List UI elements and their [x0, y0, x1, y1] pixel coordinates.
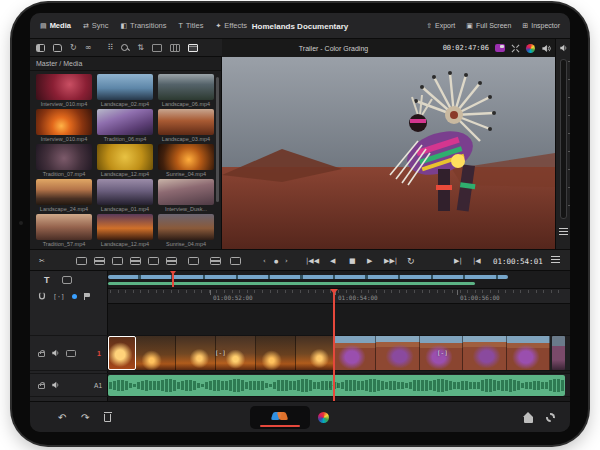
loop-button[interactable]: ↻	[407, 250, 415, 272]
media-clip[interactable]: Landscape_02.mp4	[97, 74, 153, 109]
media-clip[interactable]: Landscape_24.mp4	[36, 179, 92, 214]
timeline-title[interactable]: Trailer - Color Grading	[222, 39, 445, 57]
last-frame-button[interactable]: ▶▶|	[384, 250, 397, 272]
redo-button[interactable]: ↷	[81, 402, 89, 432]
lock-icon[interactable]	[38, 352, 45, 357]
media-clip[interactable]: Interview_Dusk...	[158, 179, 214, 214]
timeline-options-icon[interactable]	[551, 259, 560, 260]
tab-sync[interactable]: ⇄ Sync	[83, 21, 109, 30]
breadcrumb[interactable]: Master / Media	[30, 57, 221, 71]
linked-selection-icon[interactable]: [·]	[53, 293, 65, 301]
export-button[interactable]: ⇧ Export	[426, 22, 455, 30]
media-clip[interactable]: Landscape_06.mp4	[158, 74, 214, 109]
tools-settings-icon[interactable]	[230, 250, 241, 272]
next-edit-button[interactable]: ▶|	[454, 250, 462, 272]
camera-pip-icon[interactable]	[495, 44, 505, 52]
media-clip[interactable]: Landscape_12.mp4	[97, 214, 153, 248]
media-clip[interactable]: Tradition_07.mp4	[36, 144, 92, 179]
ripple-overwrite-icon[interactable]	[112, 250, 123, 272]
mute-track-icon[interactable]	[51, 349, 60, 357]
undo-button[interactable]: ↶	[58, 402, 66, 432]
marker-color-icon[interactable]	[72, 294, 77, 299]
ruler-timecode: 01:00:52:00	[213, 294, 253, 301]
stop-button[interactable]: ■	[349, 250, 356, 272]
tab-transitions[interactable]: ◧ Transitions	[120, 21, 166, 30]
flag-icon[interactable]	[84, 293, 86, 300]
filmstrip-view-icon[interactable]	[170, 44, 180, 52]
minimap-playhead[interactable]	[172, 272, 174, 287]
media-clip[interactable]: Landscape_03.mp4	[158, 109, 214, 144]
close-up-icon[interactable]	[130, 250, 141, 272]
filmstrip-frame	[463, 336, 506, 370]
first-frame-button[interactable]: |◀◀	[306, 250, 319, 272]
mute-audio-icon[interactable]	[51, 381, 60, 389]
tab-media[interactable]: ▤ Media	[40, 21, 71, 30]
delete-button[interactable]	[104, 402, 111, 432]
media-clip[interactable]: Sunrise_04.mp4	[158, 214, 214, 248]
transition-icon[interactable]	[188, 250, 199, 272]
filmstrip-frame	[256, 336, 296, 370]
insert-picture-icon[interactable]	[210, 250, 221, 272]
home-button[interactable]	[524, 402, 533, 432]
video-track-header[interactable]: 1	[30, 335, 108, 371]
audio-track-lane[interactable]: [-]	[108, 373, 570, 397]
video-track-lane[interactable]: [-] [-]	[108, 335, 570, 371]
sync-clips-icon[interactable]: ↻	[70, 44, 77, 52]
timeline-ruler[interactable]: [·] 01:00:52:0001:00:54:0001:00:56:00	[30, 289, 570, 304]
audio-track-header[interactable]: A1	[30, 373, 108, 397]
media-clip[interactable]: Tradition_57.mp4	[36, 214, 92, 248]
import-media-icon[interactable]	[53, 44, 62, 52]
text-tool-icon[interactable]: T	[44, 275, 50, 285]
lock-icon[interactable]	[38, 384, 45, 389]
sort-icon[interactable]: ⇅	[137, 44, 144, 52]
media-clip[interactable]: Interview_010.mp4	[36, 74, 92, 109]
media-clip[interactable]: Landscape_12.mp4	[97, 144, 153, 179]
tab-titles[interactable]: T Titles	[178, 21, 203, 30]
clip-tool-icon[interactable]	[62, 276, 72, 284]
color-page-button[interactable]	[318, 402, 329, 432]
metadata-view-icon[interactable]	[188, 44, 198, 52]
toggle-panel-icon[interactable]	[36, 44, 45, 52]
settings-button[interactable]	[546, 402, 555, 432]
screenshot-stage: ▤ Media ⇄ Sync ◧ Transitions T Titles ✦ …	[0, 0, 600, 450]
video-track-number: 1	[97, 350, 101, 357]
snapping-magnet-icon[interactable]	[38, 292, 46, 301]
monitor-audio-icon[interactable]	[559, 44, 568, 52]
viewer-audio-icon[interactable]	[541, 44, 551, 53]
media-clip[interactable]: Tradition_06.mp4	[97, 109, 153, 144]
ruler-scale[interactable]: 01:00:52:0001:00:54:0001:00:56:00	[108, 289, 570, 304]
video-viewer[interactable]	[222, 57, 555, 249]
minimap-audio-overview[interactable]	[108, 282, 475, 285]
play-button[interactable]: ▶	[367, 250, 372, 272]
inspector-button[interactable]: ⊞ Inspector	[522, 22, 560, 30]
append-clip-icon[interactable]	[94, 250, 105, 272]
cut-tool-icon[interactable]: ✂	[36, 250, 48, 272]
jog-right-icon[interactable]: ›	[285, 250, 288, 272]
playhead[interactable]	[333, 289, 335, 401]
place-on-top-icon[interactable]	[148, 250, 159, 272]
cut-page-button[interactable]	[272, 411, 288, 421]
media-clip[interactable]: Interview_010.mp4	[36, 109, 92, 144]
media-clip[interactable]: Sunrise_04.mp4	[158, 144, 214, 179]
fullscreen-button[interactable]: ▣ Full Screen	[466, 22, 511, 30]
source-overwrite-icon[interactable]	[166, 250, 177, 272]
tab-effects[interactable]: ✦ Effects	[215, 21, 247, 30]
resize-viewer-icon[interactable]	[511, 44, 520, 53]
jog-dot-icon[interactable]: ●	[274, 250, 278, 272]
clip-next[interactable]	[552, 336, 565, 370]
search-icon[interactable]	[121, 44, 129, 52]
relink-icon[interactable]: ∞	[85, 44, 92, 52]
enable-video-icon[interactable]	[66, 350, 76, 357]
prev-edit-button[interactable]: |◀	[473, 250, 481, 272]
media-pool-scrollbar[interactable]	[216, 77, 219, 202]
grid-view-icon[interactable]: ⠿	[107, 44, 113, 52]
play-reverse-button[interactable]: ◀	[330, 250, 335, 272]
jog-left-icon[interactable]: ‹	[263, 250, 266, 272]
color-adjust-icon[interactable]	[526, 44, 535, 53]
meter-menu-icon[interactable]	[559, 231, 568, 232]
media-clip[interactable]: Landscape_01.mp4	[97, 179, 153, 214]
smart-insert-icon[interactable]	[76, 250, 87, 272]
media-clip-thumbnail	[97, 214, 153, 240]
minimap-video-overview[interactable]	[108, 275, 508, 279]
thumbnail-view-icon[interactable]	[152, 44, 162, 52]
